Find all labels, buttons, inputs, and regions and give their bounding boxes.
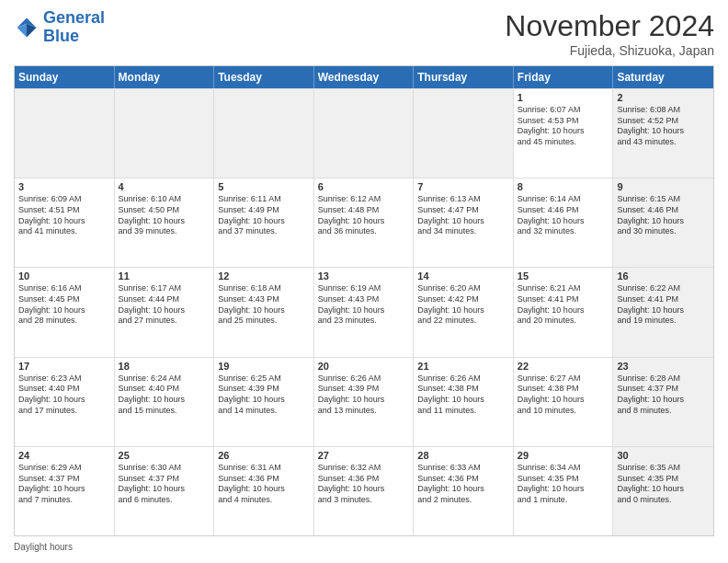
day-info: Sunrise: 6:07 AM Sunset: 4:53 PM Dayligh… (518, 105, 609, 148)
cal-cell-6: 6Sunrise: 6:12 AM Sunset: 4:48 PM Daylig… (314, 178, 415, 267)
logo-icon (14, 15, 40, 40)
day-number: 5 (218, 181, 310, 192)
day-info: Sunrise: 6:35 AM Sunset: 4:35 PM Dayligh… (617, 463, 710, 506)
cal-cell-empty-2 (214, 89, 314, 178)
day-number: 12 (218, 270, 310, 282)
calendar-header: SundayMondayTuesdayWednesdayThursdayFrid… (15, 66, 713, 88)
day-number: 11 (119, 270, 210, 282)
svg-marker-1 (27, 24, 37, 38)
day-number: 13 (318, 270, 410, 282)
day-number: 22 (518, 361, 609, 372)
day-info: Sunrise: 6:22 AM Sunset: 4:41 PM Dayligh… (617, 283, 710, 327)
day-number: 29 (518, 450, 609, 461)
day-info: Sunrise: 6:27 AM Sunset: 4:38 PM Dayligh… (518, 373, 609, 417)
day-header-sunday: Sunday (15, 66, 115, 88)
footer-note: Daylight hours (14, 540, 714, 554)
cal-cell-26: 26Sunrise: 6:31 AM Sunset: 4:36 PM Dayli… (214, 447, 314, 535)
day-number: 20 (318, 361, 410, 372)
week-row-2: 10Sunrise: 6:16 AM Sunset: 4:45 PM Dayli… (15, 267, 713, 356)
logo-line2: Blue (43, 28, 105, 46)
svg-marker-2 (17, 24, 28, 38)
day-info: Sunrise: 6:19 AM Sunset: 4:43 PM Dayligh… (318, 283, 410, 327)
cal-cell-7: 7Sunrise: 6:13 AM Sunset: 4:47 PM Daylig… (414, 178, 514, 267)
day-info: Sunrise: 6:30 AM Sunset: 4:37 PM Dayligh… (119, 463, 210, 506)
subtitle: Fujieda, Shizuoka, Japan (505, 43, 714, 58)
cal-cell-24: 24Sunrise: 6:29 AM Sunset: 4:37 PM Dayli… (15, 447, 115, 535)
day-info: Sunrise: 6:10 AM Sunset: 4:50 PM Dayligh… (119, 194, 210, 237)
day-info: Sunrise: 6:24 AM Sunset: 4:40 PM Dayligh… (119, 373, 210, 417)
logo-line1: General (43, 9, 105, 28)
cal-cell-29: 29Sunrise: 6:34 AM Sunset: 4:35 PM Dayli… (514, 447, 614, 535)
cal-cell-11: 11Sunrise: 6:17 AM Sunset: 4:44 PM Dayli… (115, 268, 215, 356)
cal-cell-27: 27Sunrise: 6:32 AM Sunset: 4:36 PM Dayli… (314, 447, 415, 535)
cal-cell-13: 13Sunrise: 6:19 AM Sunset: 4:43 PM Dayli… (314, 268, 415, 356)
day-number: 21 (417, 361, 509, 372)
day-info: Sunrise: 6:31 AM Sunset: 4:36 PM Dayligh… (218, 463, 310, 506)
day-number: 25 (119, 450, 210, 461)
day-number: 3 (18, 181, 110, 192)
day-info: Sunrise: 6:17 AM Sunset: 4:44 PM Dayligh… (119, 283, 210, 327)
day-info: Sunrise: 6:18 AM Sunset: 4:43 PM Dayligh… (218, 283, 310, 327)
day-number: 24 (18, 450, 110, 461)
cal-cell-30: 30Sunrise: 6:35 AM Sunset: 4:35 PM Dayli… (613, 447, 713, 535)
week-row-1: 3Sunrise: 6:09 AM Sunset: 4:51 PM Daylig… (15, 178, 713, 267)
cal-cell-8: 8Sunrise: 6:14 AM Sunset: 4:46 PM Daylig… (514, 178, 614, 267)
day-info: Sunrise: 6:23 AM Sunset: 4:40 PM Dayligh… (18, 373, 110, 417)
day-header-saturday: Saturday (613, 66, 713, 88)
day-header-thursday: Thursday (414, 66, 514, 88)
cal-cell-20: 20Sunrise: 6:26 AM Sunset: 4:39 PM Dayli… (314, 358, 415, 446)
cal-cell-5: 5Sunrise: 6:11 AM Sunset: 4:49 PM Daylig… (214, 178, 314, 267)
day-info: Sunrise: 6:26 AM Sunset: 4:39 PM Dayligh… (318, 373, 410, 417)
cal-cell-14: 14Sunrise: 6:20 AM Sunset: 4:42 PM Dayli… (414, 268, 514, 356)
day-info: Sunrise: 6:21 AM Sunset: 4:41 PM Dayligh… (518, 283, 609, 327)
logo: General Blue (14, 9, 105, 46)
day-number: 8 (518, 181, 609, 192)
day-info: Sunrise: 6:20 AM Sunset: 4:42 PM Dayligh… (417, 283, 509, 327)
day-number: 18 (119, 361, 210, 372)
day-info: Sunrise: 6:14 AM Sunset: 4:46 PM Dayligh… (518, 194, 609, 237)
cal-cell-3: 3Sunrise: 6:09 AM Sunset: 4:51 PM Daylig… (15, 178, 115, 267)
cal-cell-28: 28Sunrise: 6:33 AM Sunset: 4:36 PM Dayli… (414, 447, 514, 535)
day-number: 19 (218, 361, 310, 372)
week-row-3: 17Sunrise: 6:23 AM Sunset: 4:40 PM Dayli… (15, 357, 713, 446)
day-info: Sunrise: 6:34 AM Sunset: 4:35 PM Dayligh… (518, 463, 609, 506)
day-number: 16 (617, 270, 710, 282)
day-number: 7 (417, 181, 509, 192)
day-number: 26 (218, 450, 310, 461)
day-header-friday: Friday (514, 66, 614, 88)
day-info: Sunrise: 6:26 AM Sunset: 4:38 PM Dayligh… (417, 373, 509, 417)
cal-cell-15: 15Sunrise: 6:21 AM Sunset: 4:41 PM Dayli… (514, 268, 614, 356)
day-info: Sunrise: 6:32 AM Sunset: 4:36 PM Dayligh… (318, 463, 410, 506)
cal-cell-empty-4 (414, 89, 514, 178)
month-title: November 2024 (505, 9, 714, 43)
day-header-monday: Monday (115, 66, 215, 88)
day-info: Sunrise: 6:25 AM Sunset: 4:39 PM Dayligh… (218, 373, 310, 417)
page: General Blue November 2024 Fujieda, Shiz… (0, 0, 728, 563)
cal-cell-25: 25Sunrise: 6:30 AM Sunset: 4:37 PM Dayli… (115, 447, 215, 535)
day-info: Sunrise: 6:28 AM Sunset: 4:37 PM Dayligh… (617, 373, 710, 417)
day-info: Sunrise: 6:16 AM Sunset: 4:45 PM Dayligh… (18, 283, 110, 327)
day-info: Sunrise: 6:09 AM Sunset: 4:51 PM Dayligh… (18, 194, 110, 237)
calendar-body: 1Sunrise: 6:07 AM Sunset: 4:53 PM Daylig… (15, 88, 713, 535)
day-info: Sunrise: 6:11 AM Sunset: 4:49 PM Dayligh… (218, 194, 310, 237)
day-number: 4 (119, 181, 210, 192)
cal-cell-22: 22Sunrise: 6:27 AM Sunset: 4:38 PM Dayli… (514, 358, 614, 446)
day-info: Sunrise: 6:33 AM Sunset: 4:36 PM Dayligh… (417, 463, 509, 506)
day-number: 15 (518, 270, 609, 282)
cal-cell-21: 21Sunrise: 6:26 AM Sunset: 4:38 PM Dayli… (414, 358, 514, 446)
day-number: 9 (617, 181, 710, 192)
day-number: 27 (318, 450, 410, 461)
calendar: SundayMondayTuesdayWednesdayThursdayFrid… (14, 65, 714, 536)
cal-cell-17: 17Sunrise: 6:23 AM Sunset: 4:40 PM Dayli… (15, 358, 115, 446)
cal-cell-9: 9Sunrise: 6:15 AM Sunset: 4:46 PM Daylig… (613, 178, 713, 267)
day-number: 2 (617, 92, 710, 103)
day-number: 1 (518, 92, 609, 103)
cal-cell-16: 16Sunrise: 6:22 AM Sunset: 4:41 PM Dayli… (613, 268, 713, 356)
day-number: 14 (417, 270, 509, 282)
cal-cell-1: 1Sunrise: 6:07 AM Sunset: 4:53 PM Daylig… (514, 89, 614, 178)
day-info: Sunrise: 6:15 AM Sunset: 4:46 PM Dayligh… (617, 194, 710, 237)
day-header-wednesday: Wednesday (314, 66, 415, 88)
day-number: 30 (617, 450, 710, 461)
cal-cell-19: 19Sunrise: 6:25 AM Sunset: 4:39 PM Dayli… (214, 358, 314, 446)
cal-cell-4: 4Sunrise: 6:10 AM Sunset: 4:50 PM Daylig… (115, 178, 215, 267)
